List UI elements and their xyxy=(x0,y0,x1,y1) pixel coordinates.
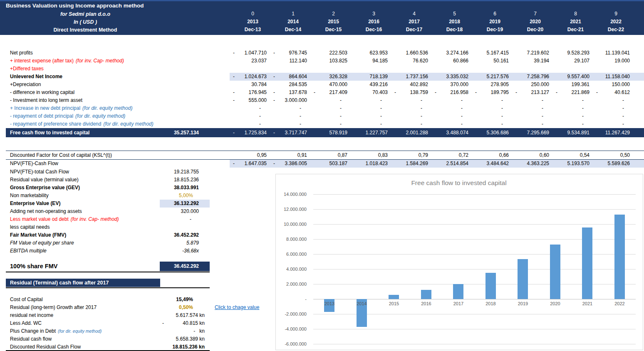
cell[interactable]: 11.158.040 xyxy=(593,73,633,81)
bar-2018[interactable] xyxy=(485,273,496,299)
cell[interactable]: 578.919 xyxy=(310,128,351,137)
cell[interactable]: 0,91 xyxy=(270,151,310,159)
cell[interactable]: 1.018.423 xyxy=(351,160,391,168)
cell[interactable]: 284.535 xyxy=(270,81,310,89)
cell[interactable] xyxy=(270,65,310,73)
bar-2020[interactable] xyxy=(550,245,560,299)
cell[interactable]: - xyxy=(351,112,391,120)
cell[interactable]: -40.612 xyxy=(593,89,633,96)
cell[interactable]: - xyxy=(552,104,593,112)
summary-value[interactable]: -40.815 kn xyxy=(160,319,210,327)
cell[interactable]: 222.503 xyxy=(310,49,351,57)
cell[interactable]: 0,87 xyxy=(310,151,351,159)
cell[interactable]: 94.185 xyxy=(351,57,391,65)
cell[interactable]: 19.000 xyxy=(593,57,633,65)
cell[interactable]: - xyxy=(431,104,472,112)
cell[interactable]: 0,95 xyxy=(230,151,270,159)
summary-value[interactable]: - kn xyxy=(160,327,210,335)
cell[interactable]: - xyxy=(310,104,351,112)
cell[interactable]: 278.905 xyxy=(472,81,512,89)
cell[interactable]: - xyxy=(472,96,512,104)
cell[interactable]: 5.193.570 xyxy=(552,160,593,168)
cell[interactable]: - xyxy=(391,96,431,104)
cell[interactable]: -1.047.710 xyxy=(230,49,270,57)
cell[interactable] xyxy=(593,65,633,73)
cell[interactable]: 370.000 xyxy=(431,81,472,89)
share-fmv-value[interactable]: 36.452.292 xyxy=(160,262,210,271)
cell[interactable] xyxy=(391,65,431,73)
bar-2021[interactable] xyxy=(582,227,592,299)
summary-value[interactable]: 5,00% xyxy=(160,192,210,200)
summary-value[interactable]: 19.218.755 xyxy=(160,168,210,176)
cell[interactable]: 70.403 xyxy=(351,89,391,96)
cell[interactable]: - xyxy=(593,120,633,128)
bar-2019[interactable] xyxy=(518,259,528,299)
cell[interactable]: 2.514.854 xyxy=(431,160,472,168)
summary-value[interactable]: 320.000 xyxy=(160,208,210,215)
cell[interactable]: - xyxy=(270,112,310,120)
cell[interactable]: -3.000.000 xyxy=(270,96,310,104)
cell[interactable]: 5.589.626 xyxy=(593,160,633,168)
cell[interactable]: 23.037 xyxy=(230,57,270,65)
cell[interactable]: 3.488.074 xyxy=(431,128,472,137)
cell[interactable]: 4.363.225 xyxy=(512,160,552,168)
cell[interactable]: 11.139.041 xyxy=(593,49,633,57)
cell[interactable] xyxy=(310,65,351,73)
cell[interactable]: - xyxy=(593,112,633,120)
cell[interactable]: 1.584.269 xyxy=(391,160,431,168)
cell[interactable]: - xyxy=(593,96,633,104)
cell[interactable]: - xyxy=(472,120,512,128)
cell[interactable]: 503.187 xyxy=(310,160,351,168)
cell[interactable]: 718.139 xyxy=(351,73,391,81)
summary-value[interactable]: -36,68x xyxy=(160,247,210,255)
cell[interactable]: - xyxy=(512,112,552,120)
cell[interactable]: -213.127 xyxy=(512,89,552,96)
bar-2022[interactable] xyxy=(614,215,625,299)
cell[interactable]: -176.945 xyxy=(230,89,270,96)
cell[interactable]: - xyxy=(351,120,391,128)
cell[interactable]: - xyxy=(552,112,593,120)
cell[interactable]: 9.534.891 xyxy=(552,128,593,137)
bar-2015[interactable] xyxy=(389,295,399,299)
cell[interactable]: 0,79 xyxy=(391,151,431,159)
cell[interactable]: 402.892 xyxy=(391,81,431,89)
cell[interactable] xyxy=(230,65,270,73)
summary-value[interactable]: 38.033.991 xyxy=(160,184,210,192)
cell[interactable]: - xyxy=(310,120,351,128)
summary-value[interactable]: 5.879 xyxy=(160,239,210,247)
cell[interactable] xyxy=(472,65,512,73)
cell[interactable]: 150.000 xyxy=(593,81,633,89)
cell[interactable]: 9.557.400 xyxy=(552,73,593,81)
cell[interactable]: -217.409 xyxy=(310,89,351,96)
summary-value[interactable]: 36.132.292 xyxy=(160,200,210,208)
cell[interactable]: -1.647.035 xyxy=(230,160,270,168)
cell[interactable]: - xyxy=(593,104,633,112)
cell[interactable] xyxy=(431,65,472,73)
cell[interactable]: 76.620 xyxy=(391,57,431,65)
cell[interactable]: - xyxy=(431,112,472,120)
cell[interactable]: -555.000 xyxy=(230,96,270,104)
cell[interactable]: - xyxy=(270,104,310,112)
summary-value[interactable]: - xyxy=(160,215,210,223)
cell[interactable]: 3.335.032 xyxy=(431,73,472,81)
cell[interactable]: - xyxy=(552,120,593,128)
cell[interactable] xyxy=(552,65,593,73)
cell[interactable]: 7.219.602 xyxy=(512,49,552,57)
cell[interactable]: 2.001.288 xyxy=(391,128,431,137)
cell[interactable]: 5.306.686 xyxy=(472,128,512,137)
cell[interactable]: 39.194 xyxy=(512,57,552,65)
change-value-link[interactable]: Click to chage value xyxy=(215,304,259,311)
cell[interactable]: - xyxy=(552,96,593,104)
summary-value[interactable]: 18.815.236 kn xyxy=(160,343,210,351)
cell[interactable]: 7.295.669 xyxy=(512,128,552,137)
cell[interactable]: -138.759 xyxy=(391,89,431,96)
summary-value[interactable]: 5.658.389 kn xyxy=(160,335,210,343)
cell[interactable]: -216.958 xyxy=(431,89,472,96)
cell[interactable]: 470.000 xyxy=(310,81,351,89)
cell[interactable]: 50.161 xyxy=(472,57,512,65)
cell[interactable]: 5.167.415 xyxy=(472,49,512,57)
cell[interactable]: - xyxy=(512,120,552,128)
cell[interactable]: - xyxy=(230,104,270,112)
cell[interactable]: - xyxy=(230,120,270,128)
cell[interactable]: 29.107 xyxy=(552,57,593,65)
